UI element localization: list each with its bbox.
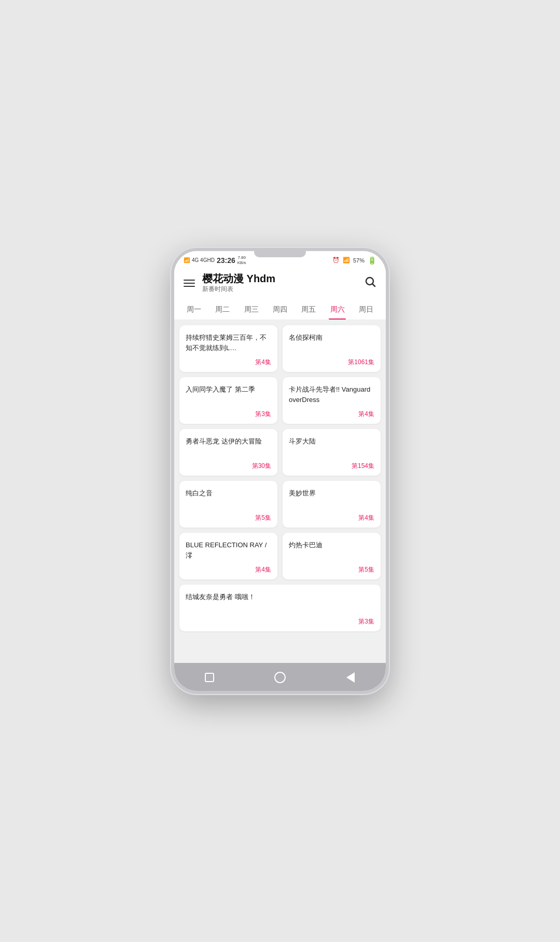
anime-grid: 持续狩猎史莱姆三百年，不知不觉就练到L… 第4集 名侦探柯南 第1061集 入间…: [179, 325, 381, 631]
header-left: 樱花动漫 Yhdm 新番时间表: [184, 272, 275, 294]
tab-wednesday[interactable]: 周三: [237, 300, 265, 320]
card-episode-7: 第5集: [186, 514, 271, 522]
tab-monday[interactable]: 周一: [179, 300, 208, 320]
search-button[interactable]: [364, 275, 376, 291]
app-subtitle: 新番时间表: [202, 285, 275, 294]
card-title-10: 灼热卡巴迪: [289, 540, 374, 550]
tab-sunday[interactable]: 周日: [352, 300, 381, 320]
nav-home-button[interactable]: [271, 668, 289, 687]
wifi-icon: 📶: [343, 257, 350, 264]
menu-line-2: [184, 283, 195, 284]
recents-icon: [205, 673, 214, 682]
home-icon: [274, 672, 286, 683]
card-title-8: 美妙世界: [289, 488, 374, 498]
anime-card-10[interactable]: 灼热卡巴迪 第5集: [283, 533, 381, 579]
anime-card-2[interactable]: 名侦探柯南 第1061集: [283, 325, 381, 372]
status-left: 📶 4G 4GHD 23:26 7.80 KB/s: [184, 255, 246, 265]
time-display: 23:26: [217, 256, 235, 265]
anime-card-4[interactable]: 卡片战斗先导者!! Vanguard overDress 第4集: [283, 377, 381, 424]
card-title-4: 卡片战斗先导者!! Vanguard overDress: [289, 384, 374, 405]
card-episode-11: 第3集: [186, 617, 374, 626]
anime-card-8[interactable]: 美妙世界 第4集: [283, 481, 381, 528]
card-title-5: 勇者斗恶龙 达伊的大冒险: [186, 436, 271, 447]
menu-line-3: [184, 286, 195, 287]
menu-line-1: [184, 280, 195, 281]
menu-button[interactable]: [184, 280, 195, 287]
content-area[interactable]: 持续狩猎史莱姆三百年，不知不觉就练到L… 第4集 名侦探柯南 第1061集 入间…: [174, 320, 386, 663]
svg-line-1: [373, 284, 375, 286]
card-title-9: BLUE REFLECTION RAY / 澪: [186, 540, 271, 560]
phone-frame: 📶 4G 4GHD 23:26 7.80 KB/s ⏰ 📶 57% 🔋 樱花动漫…: [171, 248, 389, 694]
network-type: 4G 4GHD: [192, 257, 215, 263]
anime-card-1[interactable]: 持续狩猎史莱姆三百年，不知不觉就练到L… 第4集: [179, 325, 277, 372]
card-title-7: 纯白之音: [186, 488, 271, 498]
app-header: 樱花动漫 Yhdm 新番时间表: [174, 267, 386, 300]
speed-text: 7.80 KB/s: [237, 255, 246, 265]
anime-card-9[interactable]: BLUE REFLECTION RAY / 澪 第4集: [179, 533, 277, 579]
anime-card-5[interactable]: 勇者斗恶龙 达伊的大冒险 第30集: [179, 429, 277, 476]
battery-icon: 🔋: [368, 256, 376, 265]
card-title-11: 结城友奈是勇者 哦嗤！: [186, 592, 374, 602]
anime-card-3[interactable]: 入间同学入魔了 第二季 第3集: [179, 377, 277, 424]
card-episode-2: 第1061集: [289, 358, 374, 367]
alarm-icon: ⏰: [332, 257, 340, 264]
card-title-6: 斗罗大陆: [289, 436, 374, 447]
nav-recents-button[interactable]: [200, 668, 219, 687]
card-episode-6: 第154集: [289, 462, 374, 470]
card-episode-10: 第5集: [289, 565, 374, 574]
tab-thursday[interactable]: 周四: [265, 300, 294, 320]
nav-back-button[interactable]: [341, 668, 360, 687]
card-episode-9: 第4集: [186, 565, 271, 574]
card-episode-5: 第30集: [186, 462, 271, 470]
status-right: ⏰ 📶 57% 🔋: [332, 256, 376, 265]
card-episode-4: 第4集: [289, 410, 374, 419]
anime-card-11[interactable]: 结城友奈是勇者 哦嗤！ 第3集: [179, 585, 381, 631]
notch: [254, 251, 306, 257]
navigation-bar: [174, 663, 386, 691]
app-title-block: 樱花动漫 Yhdm 新番时间表: [202, 272, 275, 294]
tab-saturday[interactable]: 周六: [323, 300, 352, 320]
card-episode-8: 第4集: [289, 514, 374, 522]
app-title: 樱花动漫 Yhdm: [202, 272, 275, 285]
anime-card-7[interactable]: 纯白之音 第5集: [179, 481, 277, 528]
battery-text: 57%: [353, 257, 365, 264]
card-episode-3: 第3集: [186, 410, 271, 419]
back-icon: [346, 672, 355, 683]
card-title-1: 持续狩猎史莱姆三百年，不知不觉就练到L…: [186, 333, 271, 353]
card-episode-1: 第4集: [186, 358, 271, 367]
tab-bar: 周一 周二 周三 周四 周五 周六 周日: [174, 300, 386, 320]
tab-friday[interactable]: 周五: [295, 300, 323, 320]
card-title-2: 名侦探柯南: [289, 333, 374, 343]
network-icon: 📶: [184, 257, 190, 263]
anime-card-6[interactable]: 斗罗大陆 第154集: [283, 429, 381, 476]
card-title-3: 入间同学入魔了 第二季: [186, 384, 271, 395]
tab-tuesday[interactable]: 周二: [208, 300, 236, 320]
